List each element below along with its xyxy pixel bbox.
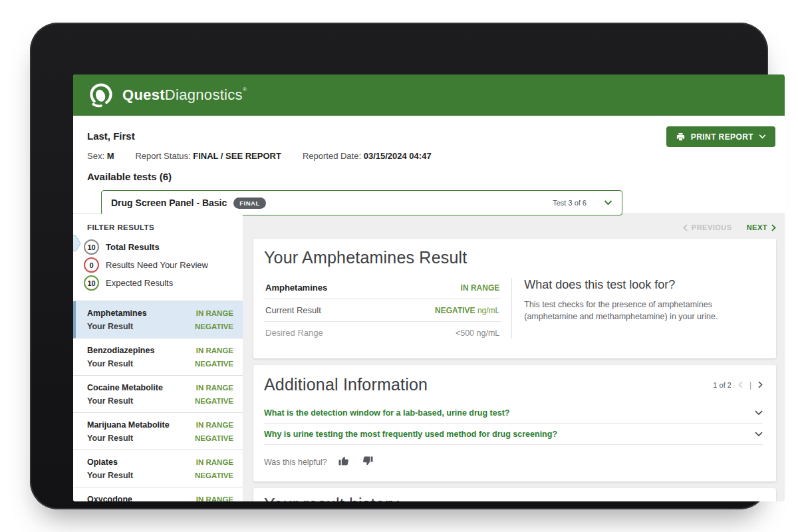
total-results-count: 10 xyxy=(84,239,99,255)
chevron-right-icon xyxy=(758,381,763,388)
faq-question-detection-window[interactable]: What is the detection window for a lab-b… xyxy=(264,402,763,424)
chevron-down-icon xyxy=(755,410,763,416)
result-card-title: Your Amphetamines Result xyxy=(264,248,763,267)
app-screen: QuestDiagnostics® Last, First Sex: M Rep… xyxy=(73,74,785,501)
chevron-left-icon xyxy=(683,224,688,231)
result-detail-card: Your Amphetamines Result Amphetamines IN… xyxy=(253,239,776,358)
faq-list: What is the detection window for a lab-b… xyxy=(264,402,763,445)
thumbs-down-button[interactable] xyxy=(360,454,375,470)
table-row-desired-range: Desired Range <500 ng/mL xyxy=(264,322,501,344)
quest-logo-icon xyxy=(88,82,114,108)
quest-logo: QuestDiagnostics® xyxy=(88,82,247,108)
thumbs-down-icon xyxy=(362,455,374,467)
expected-results-count: 10 xyxy=(84,275,99,291)
final-status-badge: FINAL xyxy=(233,198,265,209)
available-tests-label: Available tests (6) xyxy=(87,171,785,182)
selected-filter-arrow-icon xyxy=(73,235,81,251)
list-item-cocaine-metabolite[interactable]: Cocaine MetaboliteIN RANGE Your ResultNE… xyxy=(73,376,243,413)
next-result-button[interactable]: NEXT xyxy=(747,223,776,231)
result-table: Amphetamines IN RANGE Current Result NEG… xyxy=(264,277,501,344)
list-item-amphetamines[interactable]: AmphetaminesIN RANGE Your ResultNEGATIVE xyxy=(73,301,243,338)
patient-sex: Sex: M xyxy=(87,151,114,161)
brand-light: Diagnostics xyxy=(165,86,243,103)
chevron-left-icon xyxy=(738,381,743,388)
print-report-label: PRINT REPORT xyxy=(691,132,753,142)
thumbs-up-icon xyxy=(338,455,350,467)
list-item-marijuana-metabolite[interactable]: Marijuana MetaboliteIN RANGE Your Result… xyxy=(73,413,243,450)
content-area: FILTER RESULTS 10 Total Results 0 Result… xyxy=(73,213,785,501)
brand-name: QuestDiagnostics® xyxy=(122,86,247,104)
table-row-test: Amphetamines IN RANGE xyxy=(264,277,501,299)
additional-info-title: Additional Information xyxy=(264,375,428,394)
chevron-down-icon xyxy=(759,134,766,139)
feedback-row: Was this helpful? xyxy=(264,454,763,470)
table-row-current-result: Current Result NEGATIVE ng/mL xyxy=(264,299,501,322)
test-selector-name: Drug Screen Panel - Basic xyxy=(111,198,227,208)
result-pager: PREVIOUS NEXT xyxy=(253,222,776,233)
thumbs-up-button[interactable] xyxy=(336,454,351,470)
test-info: What does this test look for? This test … xyxy=(524,277,763,344)
test-info-title: What does this test look for? xyxy=(524,278,763,292)
result-history-title: Your result history xyxy=(264,495,763,501)
test-position: Test 3 of 6 xyxy=(553,199,587,207)
faq-page-indicator: 1 of 2 xyxy=(713,381,732,389)
test-info-body: This test checks for the presence of amp… xyxy=(524,299,763,323)
print-report-button[interactable]: PRINT REPORT xyxy=(666,126,775,147)
faq-prev-button[interactable] xyxy=(738,381,743,388)
faq-pager: 1 of 2 | xyxy=(713,380,763,390)
filter-results-title: FILTER RESULTS xyxy=(73,214,243,231)
faq-next-button[interactable] xyxy=(758,381,763,388)
page: QuestDiagnostics® Last, First Sex: M Rep… xyxy=(0,0,798,532)
chevron-down-icon xyxy=(755,432,763,437)
pager-separator: | xyxy=(749,380,751,390)
report-status: Report Status: FINAL / SEE REPORT xyxy=(135,151,281,161)
brand-registered-mark: ® xyxy=(243,86,247,92)
chevron-down-icon xyxy=(604,200,612,205)
result-list: AmphetaminesIN RANGE Your ResultNEGATIVE… xyxy=(73,301,243,501)
result-history-card: Your result history xyxy=(253,488,776,501)
chevron-right-icon xyxy=(771,224,776,231)
vertical-divider xyxy=(511,278,512,338)
helpful-label: Was this helpful? xyxy=(264,458,327,467)
list-item-benzodiazepines[interactable]: BenzodiazepinesIN RANGE Your ResultNEGAT… xyxy=(73,338,243,376)
patient-meta: Sex: M Report Status: FINAL / SEE REPORT… xyxy=(87,151,785,161)
filter-sidebar: FILTER RESULTS 10 Total Results 0 Result… xyxy=(73,214,243,501)
app-header: QuestDiagnostics® xyxy=(73,74,785,116)
main-panel: PREVIOUS NEXT Your Amphetamines Result xyxy=(243,214,785,501)
printer-icon xyxy=(676,132,686,142)
previous-result-button[interactable]: PREVIOUS xyxy=(683,223,732,231)
filter-need-review[interactable]: 0 Results Need Your Review xyxy=(84,256,243,274)
brand-bold: Quest xyxy=(122,86,165,103)
list-item-opiates[interactable]: OpiatesIN RANGE Your ResultNEGATIVE xyxy=(73,450,243,487)
need-review-count: 0 xyxy=(84,257,99,273)
faq-question-urine-testing[interactable]: Why is urine testing the most frequently… xyxy=(264,424,763,445)
filter-total-results[interactable]: 10 Total Results xyxy=(84,238,243,256)
additional-info-card: Additional Information 1 of 2 | xyxy=(253,365,776,481)
patient-summary: Last, First Sex: M Report Status: FINAL … xyxy=(73,116,785,213)
tablet-frame: QuestDiagnostics® Last, First Sex: M Rep… xyxy=(30,23,768,509)
reported-date: Reported Date: 03/15/2024 04:47 xyxy=(303,151,432,161)
test-selector[interactable]: Drug Screen Panel - Basic FINAL Test 3 o… xyxy=(101,190,622,215)
filter-list: 10 Total Results 0 Results Need Your Rev… xyxy=(84,238,243,292)
list-item-oxycodone[interactable]: OxycodoneIN RANGE Your ResultNEGATIVE xyxy=(73,487,243,501)
filter-expected-results[interactable]: 10 Expected Results xyxy=(84,274,243,292)
